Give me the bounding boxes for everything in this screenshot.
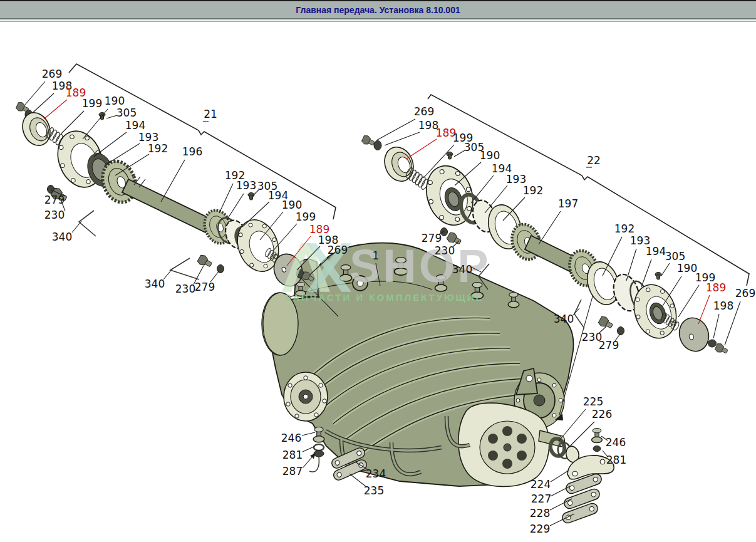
titlebar-gray-edge <box>0 21 756 22</box>
part-callout-340: 340 <box>145 278 165 290</box>
part-callout-194: 194 <box>646 245 666 258</box>
part-callout-235: 235 <box>364 484 384 497</box>
part-callout-227: 227 <box>531 492 551 505</box>
part-callout-197: 197 <box>558 197 578 210</box>
part-callout-287: 287 <box>282 465 303 477</box>
part-callout-230: 230 <box>44 209 65 221</box>
part-callout-193: 193 <box>506 173 526 185</box>
part-callout-234: 234 <box>366 467 386 480</box>
part-callout-305: 305 <box>665 250 685 263</box>
part-callout-199: 199 <box>296 211 316 223</box>
part-callout-22: 22 <box>587 154 601 167</box>
part-callout-189: 189 <box>706 281 726 294</box>
part-callout-279: 279 <box>44 194 65 206</box>
part-callout-340: 340 <box>52 231 72 243</box>
part-callout-198: 198 <box>713 300 733 312</box>
part-callout-229: 229 <box>530 523 550 535</box>
part-callout-190: 190 <box>105 95 125 107</box>
part-callout-340: 340 <box>452 263 472 276</box>
part-callout-21: 21 <box>204 108 217 120</box>
part-callout-199: 199 <box>82 97 102 110</box>
part-callout-269: 269 <box>328 244 348 256</box>
part-callout-228: 228 <box>530 507 550 519</box>
part-callout-192: 192 <box>523 184 543 197</box>
part-callout-279: 279 <box>599 339 619 352</box>
catalog-window: SHOP ЗАПЧАСТИ И КОМПЛЕКТУЮЩИЕ 2691981891… <box>0 0 756 542</box>
exploded-diagram <box>0 0 756 542</box>
part-callout-190: 190 <box>677 262 697 274</box>
part-callout-225: 225 <box>583 395 603 408</box>
part-callout-230: 230 <box>175 283 195 295</box>
part-callout-224: 224 <box>531 478 551 491</box>
part-callout-190: 190 <box>282 199 302 211</box>
part-callout-190: 190 <box>480 149 500 162</box>
part-callout-194: 194 <box>125 119 145 132</box>
part-callout-269: 269 <box>735 287 755 300</box>
part-callout-226: 226 <box>592 408 612 420</box>
part-callout-192: 192 <box>614 222 634 235</box>
part-callout-279: 279 <box>195 281 215 293</box>
part-callout-269: 269 <box>42 68 62 80</box>
part-callout-279: 279 <box>422 232 442 244</box>
part-callout-246: 246 <box>281 432 301 444</box>
part-callout-193: 193 <box>236 179 256 192</box>
part-callout-192: 192 <box>148 142 168 155</box>
part-callout-196: 196 <box>182 145 202 158</box>
part-callout-1: 1 <box>373 249 380 262</box>
part-callout-269: 269 <box>414 105 434 118</box>
part-callout-246: 246 <box>606 436 626 449</box>
part-callout-281: 281 <box>606 454 626 466</box>
part-callout-230: 230 <box>435 244 455 257</box>
part-callout-340: 340 <box>554 313 574 325</box>
title-bar: Главная передача. Установка 8.10.001 <box>0 0 756 18</box>
window-title: Главная передача. Установка 8.10.001 <box>296 5 460 15</box>
part-callout-305: 305 <box>117 107 137 119</box>
part-callout-281: 281 <box>282 449 303 461</box>
part-callout-193: 193 <box>138 131 158 143</box>
